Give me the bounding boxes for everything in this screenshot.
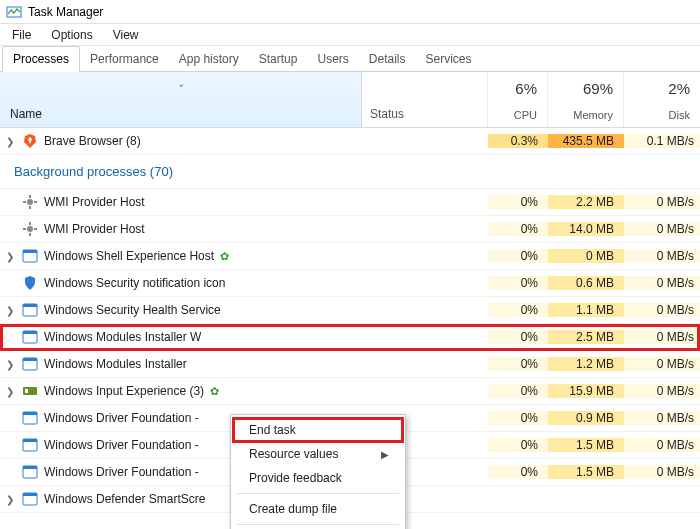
disk-percent: 2% xyxy=(668,80,690,97)
cell-memory: 0 MB xyxy=(548,249,624,263)
tab-details[interactable]: Details xyxy=(359,47,416,71)
table-row[interactable]: ❯Windows Modules Installer W0%2.5 MB0 MB… xyxy=(0,324,700,351)
process-name: Windows Driver Foundation - xyxy=(44,411,199,425)
table-row[interactable]: ❯WMI Provider Host0%14.0 MB0 MB/s xyxy=(0,216,700,243)
cell-cpu: 0% xyxy=(488,411,548,425)
expand-chevron-icon[interactable]: ❯ xyxy=(2,136,18,147)
cell-memory: 435.5 MB xyxy=(548,134,624,148)
cell-memory: 1.1 MB xyxy=(548,303,624,317)
svg-rect-14 xyxy=(23,304,37,307)
table-row[interactable]: ❯Windows Shell Experience Host✿0%0 MB0 M… xyxy=(0,243,700,270)
ctx-label: Create dump file xyxy=(249,502,337,516)
cell-cpu: 0.3% xyxy=(488,134,548,148)
column-name-label: Name xyxy=(10,107,361,121)
column-memory[interactable]: 69% Memory xyxy=(548,72,624,127)
process-icon xyxy=(22,356,38,372)
cell-cpu: 0% xyxy=(488,438,548,452)
ctx-label: End task xyxy=(249,423,296,437)
svg-rect-18 xyxy=(23,358,37,361)
cell-cpu: 0% xyxy=(488,303,548,317)
column-name[interactable]: ⌄ Name xyxy=(0,72,362,127)
process-icon xyxy=(22,275,38,291)
process-name: Windows Shell Experience Host xyxy=(44,249,214,263)
tab-processes[interactable]: Processes xyxy=(2,46,80,72)
cpu-percent: 6% xyxy=(515,80,537,97)
process-icon xyxy=(22,464,38,480)
tab-performance[interactable]: Performance xyxy=(80,47,169,71)
process-icon xyxy=(22,437,38,453)
cell-disk: 0 MB/s xyxy=(624,276,700,290)
process-table: ⌄ Name Status 6% CPU 69% Memory 2% Disk … xyxy=(0,72,700,513)
process-icon xyxy=(22,491,38,507)
column-status[interactable]: Status xyxy=(362,72,488,127)
process-icon xyxy=(22,329,38,345)
process-icon xyxy=(22,194,38,210)
table-row[interactable]: ❯Windows Security notification icon0%0.6… xyxy=(0,270,700,297)
expand-chevron-icon[interactable]: ❯ xyxy=(2,386,18,397)
expand-chevron-icon[interactable]: ❯ xyxy=(2,359,18,370)
context-menu: End task Resource values ▶ Provide feedb… xyxy=(230,414,406,529)
ctx-create-dump[interactable]: Create dump file xyxy=(233,497,403,521)
cell-disk: 0 MB/s xyxy=(624,465,700,479)
ctx-label: Resource values xyxy=(249,447,338,461)
menu-bar: File Options View xyxy=(0,24,700,46)
process-name: Windows Defender SmartScre xyxy=(44,492,205,506)
ctx-end-task[interactable]: End task xyxy=(233,418,403,442)
cell-disk: 0 MB/s xyxy=(624,330,700,344)
process-icon xyxy=(22,248,38,264)
cell-disk: 0 MB/s xyxy=(624,411,700,425)
cell-cpu: 0% xyxy=(488,276,548,290)
submenu-arrow-icon: ▶ xyxy=(381,449,389,460)
table-row[interactable]: ❯Windows Security Health Service0%1.1 MB… xyxy=(0,297,700,324)
cell-memory: 1.5 MB xyxy=(548,465,624,479)
cell-memory: 0.9 MB xyxy=(548,411,624,425)
tab-app-history[interactable]: App history xyxy=(169,47,249,71)
expand-chevron-icon[interactable]: ❯ xyxy=(2,251,18,262)
cell-disk: 0 MB/s xyxy=(624,357,700,371)
cell-disk: 0 MB/s xyxy=(624,222,700,236)
cell-memory: 0.6 MB xyxy=(548,276,624,290)
process-name: Windows Security notification icon xyxy=(44,276,225,290)
svg-rect-20 xyxy=(25,389,28,393)
tab-users[interactable]: Users xyxy=(307,47,358,71)
tab-strip: Processes Performance App history Startu… xyxy=(0,46,700,72)
ctx-provide-feedback[interactable]: Provide feedback xyxy=(233,466,403,490)
process-icon xyxy=(22,133,38,149)
menu-view[interactable]: View xyxy=(105,26,147,44)
menu-file[interactable]: File xyxy=(4,26,39,44)
process-icon xyxy=(22,302,38,318)
cell-cpu: 0% xyxy=(488,249,548,263)
process-name: Brave Browser (8) xyxy=(44,134,141,148)
cell-disk: 0 MB/s xyxy=(624,195,700,209)
window-title: Task Manager xyxy=(28,5,103,19)
cell-disk: 0 MB/s xyxy=(624,438,700,452)
ctx-separator xyxy=(237,524,399,525)
tab-services[interactable]: Services xyxy=(416,47,482,71)
table-row[interactable]: ❯WMI Provider Host0%2.2 MB0 MB/s xyxy=(0,189,700,216)
cell-cpu: 0% xyxy=(488,357,548,371)
expand-chevron-icon[interactable]: ❯ xyxy=(2,305,18,316)
column-disk[interactable]: 2% Disk xyxy=(624,72,700,127)
cell-memory: 2.5 MB xyxy=(548,330,624,344)
table-header: ⌄ Name Status 6% CPU 69% Memory 2% Disk xyxy=(0,72,700,128)
cell-disk: 0 MB/s xyxy=(624,249,700,263)
svg-rect-12 xyxy=(23,250,37,253)
menu-options[interactable]: Options xyxy=(43,26,100,44)
table-row[interactable]: ❯Windows Input Experience (3)✿0%15.9 MB0… xyxy=(0,378,700,405)
group-header: Background processes (70) xyxy=(0,155,700,189)
cell-memory: 14.0 MB xyxy=(548,222,624,236)
ctx-resource-values[interactable]: Resource values ▶ xyxy=(233,442,403,466)
tab-startup[interactable]: Startup xyxy=(249,47,308,71)
memory-percent: 69% xyxy=(583,80,613,97)
column-cpu[interactable]: 6% CPU xyxy=(488,72,548,127)
process-name: Windows Driver Foundation - xyxy=(44,465,199,479)
table-row[interactable]: ❯Windows Modules Installer0%1.2 MB0 MB/s xyxy=(0,351,700,378)
sort-chevron-icon: ⌄ xyxy=(177,78,185,89)
ctx-label: Provide feedback xyxy=(249,471,342,485)
disk-label: Disk xyxy=(669,109,690,121)
cell-cpu: 0% xyxy=(488,222,548,236)
expand-chevron-icon[interactable]: ❯ xyxy=(2,494,18,505)
process-icon xyxy=(22,221,38,237)
table-row[interactable]: ❯Brave Browser (8)0.3%435.5 MB0.1 MB/s xyxy=(0,128,700,155)
process-icon xyxy=(22,383,38,399)
